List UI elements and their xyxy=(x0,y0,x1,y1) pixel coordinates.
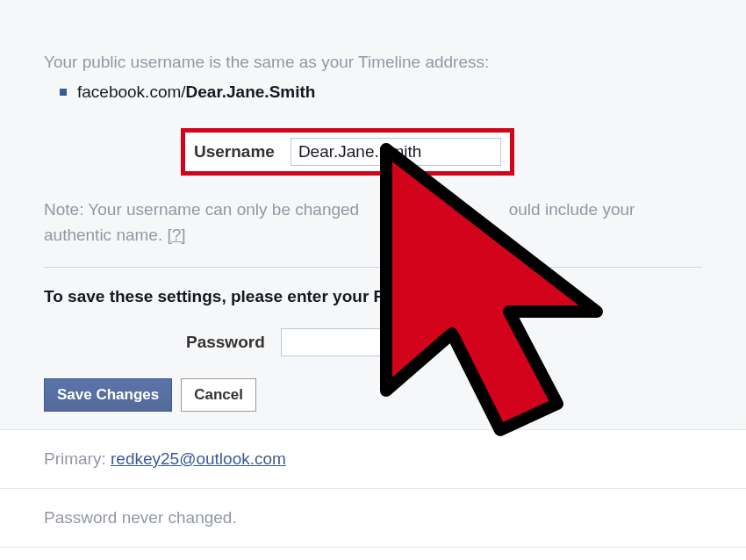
networks-status-row: No networks. xyxy=(0,548,746,560)
note-before: Note: Your username can only be changed xyxy=(44,200,363,219)
intro-text: Your public username is the same as your… xyxy=(44,0,702,83)
bullet-icon xyxy=(60,89,67,96)
primary-email-link[interactable]: redkey25@outlook.com xyxy=(111,449,286,468)
username-field-row: Username xyxy=(181,128,514,176)
save-prompt: To save these settings, please enter you… xyxy=(44,268,702,328)
username-input[interactable] xyxy=(291,138,501,166)
primary-email-row: Primary: redkey25@outlook.com xyxy=(0,430,746,489)
password-label: Password xyxy=(186,333,265,352)
username-settings-panel: Your public username is the same as your… xyxy=(0,0,746,430)
username-note: Note: Your username can only be changed … xyxy=(44,197,702,268)
url-username: Dear.Jane.Smith xyxy=(186,83,316,102)
save-button[interactable]: Save Changes xyxy=(44,378,172,412)
password-field-row: Password xyxy=(186,328,702,356)
password-input[interactable] xyxy=(281,328,430,356)
timeline-url: facebook.com/Dear.Jane.Smith xyxy=(44,83,702,102)
button-row: Save Changes Cancel xyxy=(44,378,702,412)
password-status-row: Password never changed. xyxy=(0,489,746,548)
username-label: Username xyxy=(194,142,275,162)
cancel-button[interactable]: Cancel xyxy=(181,378,256,412)
help-link[interactable]: [?] xyxy=(167,226,185,244)
primary-label: Primary: xyxy=(44,449,111,468)
url-prefix: facebook.com/ xyxy=(77,83,186,102)
